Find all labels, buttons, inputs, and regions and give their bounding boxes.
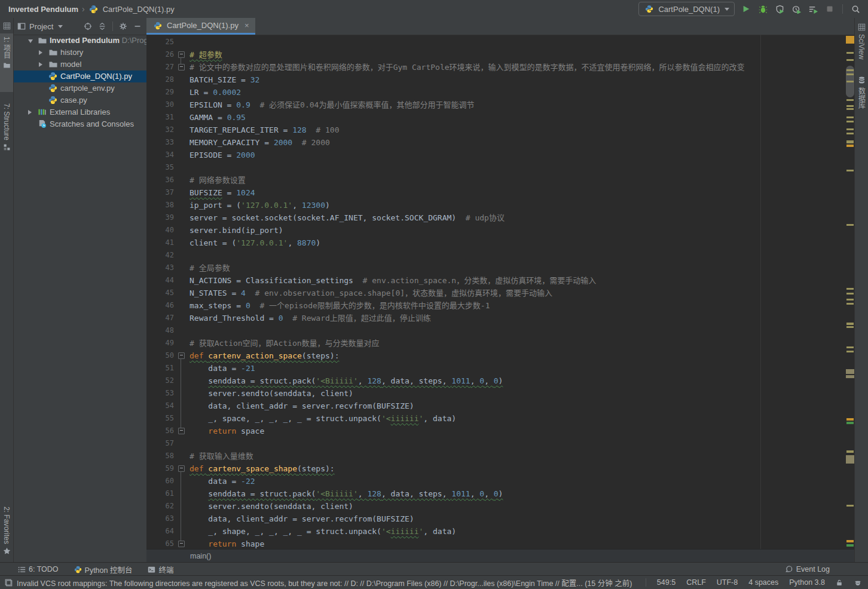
code-line[interactable]: 46max_steps = 0 # 一个episode限制最大的步数，是内核软件…	[146, 299, 855, 312]
code-line[interactable]: 60 data = -22	[146, 475, 855, 487]
error-stripe-mark[interactable]	[846, 59, 854, 61]
code-line[interactable]: 64 _, shape, _, _, _, _ = struct.unpack(…	[146, 525, 855, 538]
tree-item-cartpole-dqn-1-py[interactable]: CartPole_DQN(1).py	[14, 70, 146, 82]
window-toggle-icon[interactable]	[5, 579, 13, 587]
run-with-parameters-button[interactable]	[808, 4, 818, 14]
error-stripe-mark[interactable]	[846, 369, 854, 374]
error-stripe-scrollbar[interactable]	[845, 18, 855, 550]
indent-style[interactable]: 4 spaces	[748, 578, 778, 587]
python-console-tool-button[interactable]: Python 控制台	[74, 564, 133, 575]
error-stripe-mark[interactable]	[846, 105, 854, 107]
settings-gear-icon[interactable]	[118, 21, 129, 32]
code-line[interactable]: 39server = socket.socket(socket.AF_INET,…	[146, 211, 855, 224]
caret-position[interactable]: 549:5	[657, 578, 676, 587]
code-line[interactable]: 55 _, space, _, _, _, _ = struct.unpack(…	[146, 412, 855, 425]
error-stripe-mark[interactable]	[846, 121, 854, 122]
error-stripe-mark[interactable]	[846, 69, 854, 71]
tool-window-button-structure[interactable]: 7: Structure	[0, 100, 13, 178]
code-line[interactable]: 54 data, client_addr = server.recvfrom(B…	[146, 400, 855, 412]
hide-panel-icon[interactable]	[132, 21, 143, 32]
profiler-button[interactable]	[791, 4, 802, 14]
chevron-right-icon[interactable]	[39, 50, 42, 55]
event-log-button[interactable]: Event Log	[785, 565, 830, 573]
chevron-down-icon[interactable]	[58, 25, 63, 28]
error-stripe-mark[interactable]	[846, 145, 854, 147]
error-stripe-mark[interactable]	[846, 326, 854, 328]
tool-window-button-project[interactable]: 1: 项目	[0, 33, 13, 92]
collapse-all-icon[interactable]	[97, 21, 108, 32]
error-stripe-mark[interactable]	[846, 99, 854, 101]
code-line[interactable]: 44N_ACTIONS = Classification_settings # …	[146, 274, 855, 287]
tree-item-model[interactable]: model	[14, 59, 146, 70]
code-line[interactable]: 33MEMORY_CAPACITY = 2000 # 2000	[146, 136, 855, 149]
code-line[interactable]: 45N_STATES = 4 # env.observation_space.s…	[146, 287, 855, 299]
error-stripe-mark[interactable]	[846, 170, 854, 171]
interpreter[interactable]: Python 3.8	[789, 578, 825, 587]
code-line[interactable]: 27# 论文中的参数对应的是处理图片和卷积网络的参数，对于Gym CartPol…	[146, 61, 855, 73]
error-stripe-mark[interactable]	[846, 351, 854, 352]
tool-window-button-favorites[interactable]: 2: Favorites	[0, 504, 13, 558]
chevron-right-icon[interactable]	[39, 62, 42, 67]
code-line[interactable]: 41client = ('127.0.0.1', 8870)	[146, 237, 855, 249]
error-stripe-mark[interactable]	[846, 418, 854, 421]
error-stripe-mark[interactable]	[846, 455, 854, 464]
error-stripe-mark[interactable]	[846, 128, 854, 130]
code-line[interactable]: 52 senddata = struct.pack('<Biiiii', 128…	[146, 375, 855, 387]
error-stripe-mark[interactable]	[846, 303, 854, 305]
debug-button[interactable]	[757, 4, 768, 14]
error-stripe-mark[interactable]	[846, 346, 854, 348]
chevron-right-icon[interactable]	[28, 110, 32, 115]
code-line[interactable]: 43# 全局参数	[146, 262, 855, 274]
code-line[interactable]: 36# 网络参数设置	[146, 174, 855, 186]
chevron-down-icon[interactable]	[28, 39, 33, 43]
error-stripe-mark[interactable]	[846, 108, 854, 110]
error-stripe-mark[interactable]	[846, 133, 854, 134]
error-stripe-mark[interactable]	[846, 293, 854, 294]
error-stripe-mark[interactable]	[846, 540, 854, 542]
error-stripe-mark[interactable]	[846, 81, 854, 82]
code-line[interactable]: 50def cartenv_action_space(steps):	[146, 349, 855, 362]
error-stripe-mark[interactable]	[846, 375, 854, 378]
vcs-warning-message[interactable]: Invalid VCS root mappings: The following…	[17, 577, 632, 588]
breadcrumb-scope[interactable]: main()	[190, 552, 211, 560]
tree-item-case-py[interactable]: case.py	[14, 94, 146, 106]
terminal-tool-button[interactable]: 终端	[148, 564, 173, 575]
line-separator[interactable]: CRLF	[686, 578, 706, 587]
breadcrumb-project[interactable]: Inverted Pendulum	[8, 5, 78, 14]
code-line[interactable]: 34EPISODE = 2000	[146, 149, 855, 161]
search-everywhere-icon[interactable]	[850, 4, 861, 14]
error-stripe-mark[interactable]	[846, 450, 854, 453]
code-line[interactable]: 63 data, client_addr = server.recvfrom(B…	[146, 513, 855, 525]
code-line[interactable]: 25	[146, 36, 855, 48]
code-line[interactable]: 32TARGET_REPLACE_ITER = 128 # 100	[146, 124, 855, 136]
code-line[interactable]: 51 data = -21	[146, 362, 855, 375]
code-line[interactable]: 62 server.sendto(senddata, client)	[146, 500, 855, 513]
error-stripe-mark[interactable]	[846, 288, 854, 290]
run-configuration-select[interactable]: CartPole_DQN(1)	[638, 2, 735, 16]
error-stripe-mark[interactable]	[846, 505, 854, 507]
code-line[interactable]: 28BATCH_SIZE = 32	[146, 73, 855, 86]
run-with-coverage-button[interactable]	[774, 4, 785, 14]
fold-icon[interactable]	[178, 51, 185, 58]
todo-tool-button[interactable]: 6: TODO	[18, 565, 59, 573]
error-stripe-mark[interactable]	[846, 422, 854, 424]
code-line[interactable]: 31GAMMA = 0.95	[146, 111, 855, 124]
code-line[interactable]: 58# 获取输入量维数	[146, 450, 855, 462]
tab-close-icon[interactable]: ×	[244, 21, 249, 30]
lock-icon[interactable]	[836, 579, 843, 587]
code-line[interactable]: 65 return shape	[146, 538, 855, 550]
code-line[interactable]: 40server.bind(ip_port)	[146, 224, 855, 237]
code-line[interactable]: 48	[146, 324, 855, 337]
tree-item-scratches-and-consoles[interactable]: Scratches and Consoles	[14, 118, 146, 130]
code-line[interactable]: 61 senddata = struct.pack('<Biiiii', 128…	[146, 487, 855, 500]
status-message-area[interactable]: Invalid VCS root mappings: The following…	[0, 577, 646, 588]
error-stripe-mark[interactable]	[846, 52, 854, 54]
tree-item-cartpole-env-py[interactable]: cartpole_env.py	[14, 82, 146, 94]
project-view-select[interactable]: Project	[29, 22, 53, 31]
tree-item-inverted-pendulum[interactable]: Inverted Pendulum D:\Program	[14, 35, 146, 47]
code-line[interactable]: 49# 获取Action空间，即Action数量，与分类数量对应	[146, 337, 855, 349]
tree-item-external-libraries[interactable]: External Libraries	[14, 106, 146, 118]
code-line[interactable]: 59def cartenv_space_shape(steps):	[146, 462, 855, 475]
code-line[interactable]: 35	[146, 161, 855, 174]
fold-icon[interactable]	[178, 352, 185, 359]
